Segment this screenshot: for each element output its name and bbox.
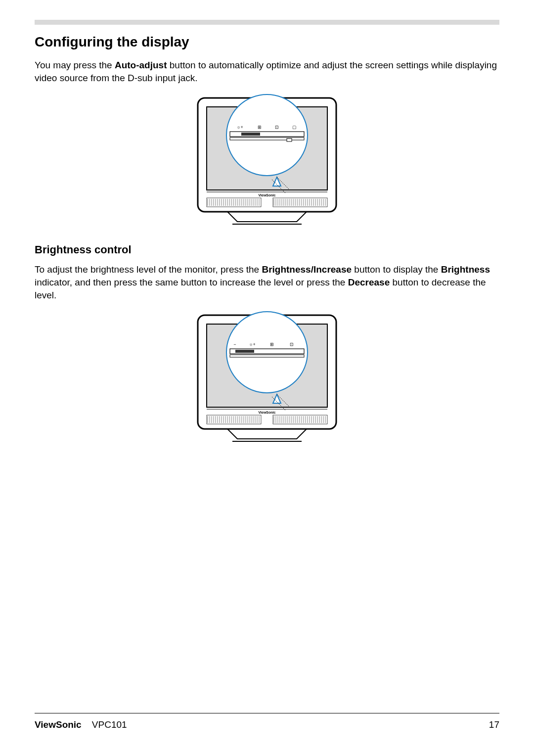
svg-rect-130 <box>230 355 304 357</box>
header-rule <box>35 20 499 25</box>
monitor-logo: ViewSonic <box>259 411 276 414</box>
symbol-minus-icon: − <box>233 342 236 347</box>
figure-brightness: ViewSonic − ☼+ ⊞ ⊡ <box>35 310 499 446</box>
bold-decrease: Decrease <box>348 277 390 287</box>
bold-brightness-increase: Brightness/Increase <box>262 264 352 275</box>
footer-brand: ViewSonic <box>35 719 82 730</box>
text: You may press the <box>35 60 115 70</box>
paragraph-brightness: To adjust the brightness level of the mo… <box>35 263 499 301</box>
symbol-source-icon: ⊡ <box>275 125 279 130</box>
text: button to display the <box>352 264 441 275</box>
symbol-menu-icon: ⊞ <box>258 125 262 130</box>
section-heading-configuring: Configuring the display <box>35 34 499 50</box>
figure-auto-adjust: ViewSonic ☼+ ⊞ ⊡ ▢ <box>35 93 499 229</box>
footer-model: VPC101 <box>92 719 127 730</box>
symbol-menu-icon: ⊞ <box>270 342 274 347</box>
symbol-brightness-plus-icon: ☼+ <box>249 342 256 347</box>
symbol-auto-icon: ▢ <box>292 125 297 130</box>
page-footer: ViewSonic VPC101 17 <box>35 713 499 730</box>
svg-rect-129 <box>235 350 254 353</box>
subsection-heading-brightness: Brightness control <box>35 243 499 256</box>
paragraph-configuring: You may press the Auto-adjust button to … <box>35 59 499 84</box>
symbol-source-icon: ⊡ <box>290 342 294 347</box>
svg-rect-63 <box>230 138 304 140</box>
text: indicator, and then press the same butto… <box>35 277 348 287</box>
svg-rect-64 <box>287 139 292 142</box>
footer-page-number: 17 <box>489 719 499 730</box>
bold-brightness: Brightness <box>441 264 490 275</box>
svg-rect-62 <box>241 133 260 136</box>
symbol-brightness-plus-icon: ☼+ <box>236 125 243 130</box>
text: To adjust the brightness level of the mo… <box>35 264 262 275</box>
monitor-logo: ViewSonic <box>259 193 276 197</box>
bold-auto-adjust: Auto-adjust <box>115 60 167 70</box>
svg-rect-61 <box>230 132 304 137</box>
